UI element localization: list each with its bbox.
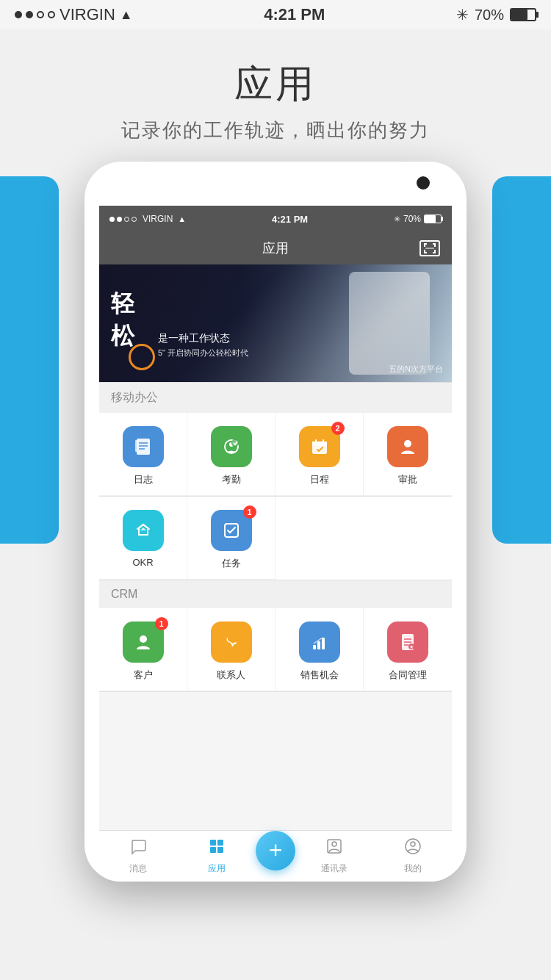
app-icon-journal bbox=[123, 426, 164, 467]
signal-dot-1 bbox=[15, 11, 22, 18]
inner-battery-tip bbox=[442, 217, 443, 221]
app-label-journal: 日志 bbox=[134, 473, 153, 486]
app-label-task: 任务 bbox=[222, 557, 241, 570]
inner-battery bbox=[424, 215, 442, 223]
svg-point-43 bbox=[411, 842, 415, 846]
app-icon-contract: ★ bbox=[387, 621, 428, 663]
inner-signal-2 bbox=[117, 217, 122, 222]
tab-label-profile: 我的 bbox=[404, 862, 422, 875]
svg-rect-9 bbox=[137, 439, 150, 455]
blue-left-decor bbox=[0, 176, 59, 544]
banner-tagline: 是一种工作状态 bbox=[158, 332, 230, 345]
status-left: VIRGIN ▲ bbox=[15, 5, 133, 24]
app-label-contract: 合同管理 bbox=[389, 669, 427, 682]
app-label-contacts: 联系人 bbox=[217, 669, 245, 682]
inner-tab-bar: 消息 应用 + bbox=[99, 830, 452, 882]
app-icon-attendance bbox=[211, 426, 252, 467]
inner-signal-4 bbox=[132, 217, 137, 222]
svg-point-41 bbox=[332, 842, 336, 846]
app-icon-okr bbox=[123, 510, 164, 551]
svg-rect-28 bbox=[317, 641, 320, 649]
tab-apps[interactable]: 应用 bbox=[178, 837, 256, 875]
svg-text:★: ★ bbox=[409, 644, 414, 649]
svg-rect-8 bbox=[425, 248, 434, 249]
badge-task: 1 bbox=[243, 505, 256, 519]
svg-rect-38 bbox=[210, 847, 216, 853]
svg-rect-27 bbox=[313, 645, 316, 649]
page-title: 应用 bbox=[0, 59, 551, 110]
inner-status-bar: VIRGIN ▲ 4:21 PM ✳ 70% bbox=[99, 206, 452, 232]
inner-signal-1 bbox=[109, 217, 115, 222]
inner-navbar-title: 应用 bbox=[262, 239, 289, 257]
inner-wifi-icon: ▲ bbox=[178, 215, 186, 223]
app-icon-task: 1 bbox=[211, 510, 252, 551]
banner-desc: 5" 开启协同办公轻松时代 bbox=[158, 347, 248, 359]
contacts-tab-icon bbox=[325, 837, 343, 860]
inner-time: 4:21 PM bbox=[272, 214, 308, 225]
status-time: 4:21 PM bbox=[264, 5, 325, 24]
scan-icon[interactable] bbox=[419, 240, 440, 256]
banner: 轻松 是一种工作状态 5" 开启协同办公轻松时代 五的N次方平台 bbox=[99, 264, 452, 382]
app-item-okr[interactable]: OKR bbox=[99, 497, 187, 580]
app-label-approval: 审批 bbox=[398, 473, 417, 486]
app-icon-approval bbox=[387, 426, 428, 467]
svg-rect-29 bbox=[322, 638, 325, 649]
tab-profile[interactable]: 我的 bbox=[374, 837, 453, 875]
apps-icon bbox=[208, 837, 226, 860]
battery-percent: 70% bbox=[475, 7, 504, 24]
svg-rect-1 bbox=[424, 243, 425, 247]
svg-rect-14 bbox=[135, 440, 137, 452]
app-item-approval[interactable]: 审批 bbox=[364, 413, 452, 496]
app-item-attendance[interactable]: 考勤 bbox=[187, 413, 276, 496]
inner-signal-3 bbox=[124, 217, 129, 222]
banner-platform: 五的N次方平台 bbox=[389, 364, 443, 375]
tab-contacts[interactable]: 通讯录 bbox=[295, 837, 374, 875]
svg-rect-39 bbox=[217, 847, 223, 853]
svg-point-26 bbox=[140, 635, 147, 643]
app-grid-office-row2: OKR 1 任务 bbox=[99, 497, 452, 580]
banner-main-text: 轻松 bbox=[111, 288, 136, 353]
app-item-contract[interactable]: ★ 合同管理 bbox=[364, 608, 452, 691]
inner-carrier: VIRGIN bbox=[143, 214, 173, 224]
app-grid-office-row1: 日志 考勤 bbox=[99, 413, 452, 497]
app-item-sales[interactable]: 销售机会 bbox=[276, 608, 364, 691]
banner-circle bbox=[129, 344, 155, 370]
app-icon-sales bbox=[299, 621, 340, 663]
tab-label-contacts: 通讯录 bbox=[321, 862, 347, 875]
tab-plus-button[interactable]: + bbox=[256, 831, 295, 871]
profile-icon bbox=[404, 837, 422, 860]
tab-label-messages: 消息 bbox=[129, 862, 147, 875]
blue-right-decor bbox=[492, 176, 551, 544]
app-label-schedule: 日程 bbox=[310, 473, 329, 486]
camera-dot bbox=[417, 176, 430, 190]
inner-battery-pct: 70% bbox=[403, 214, 421, 224]
bluetooth-icon: ✳ bbox=[456, 6, 469, 24]
app-item-schedule[interactable]: 2 日程 bbox=[276, 413, 364, 496]
battery-fill bbox=[511, 10, 527, 20]
app-icon-contacts bbox=[211, 621, 252, 663]
app-label-okr: OKR bbox=[132, 557, 153, 568]
main-content: 应用 记录你的工作轨迹，晒出你的努力 VIRGIN ▲ 4:21 PM bbox=[0, 29, 551, 980]
tab-label-apps: 应用 bbox=[208, 862, 226, 875]
carrier-label: VIRGIN bbox=[60, 5, 115, 24]
app-item-task[interactable]: 1 任务 bbox=[187, 497, 276, 580]
inner-navbar: 应用 bbox=[99, 232, 452, 264]
svg-rect-21 bbox=[312, 442, 327, 444]
svg-rect-37 bbox=[217, 840, 223, 846]
app-label-attendance: 考勤 bbox=[222, 473, 241, 486]
inner-battery-fill bbox=[425, 215, 436, 223]
page-header: 应用 记录你的工作轨迹，晒出你的努力 bbox=[0, 29, 551, 158]
banner-chair-bg bbox=[349, 272, 430, 375]
crm-grid: 1 客户 联系人 bbox=[99, 608, 452, 692]
svg-rect-3 bbox=[434, 243, 436, 247]
badge-schedule: 2 bbox=[331, 422, 345, 435]
phone-screen: VIRGIN ▲ 4:21 PM ✳ 70% 应用 bbox=[99, 206, 452, 882]
phone-mockup: VIRGIN ▲ 4:21 PM ✳ 70% 应用 bbox=[84, 162, 467, 882]
tab-messages[interactable]: 消息 bbox=[99, 837, 178, 875]
app-item-customer[interactable]: 1 客户 bbox=[99, 608, 187, 691]
page-subtitle: 记录你的工作轨迹，晒出你的努力 bbox=[0, 118, 551, 143]
badge-customer: 1 bbox=[155, 617, 168, 630]
app-item-journal[interactable]: 日志 bbox=[99, 413, 187, 496]
app-item-contacts[interactable]: 联系人 bbox=[187, 608, 276, 691]
svg-rect-7 bbox=[434, 250, 436, 253]
